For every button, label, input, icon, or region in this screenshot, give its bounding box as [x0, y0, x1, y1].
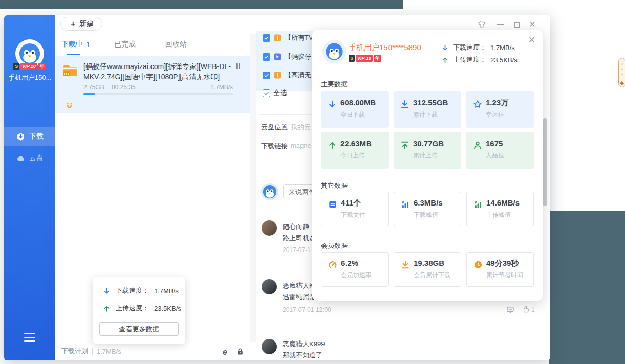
hamburger-menu-icon[interactable]	[24, 333, 35, 342]
star-icon	[473, 100, 482, 109]
super-badge: S	[349, 55, 355, 62]
stat-value: 1.23万	[486, 98, 508, 108]
close-button[interactable]: ✕	[528, 20, 536, 29]
popup-upload-speed-row: 上传速度： 23.5KB/s	[441, 55, 518, 64]
checkbox-checked[interactable]	[263, 53, 270, 61]
commenter-avatar[interactable]	[262, 279, 277, 294]
lock-icon[interactable]	[236, 348, 244, 356]
gauge-icon	[328, 260, 337, 269]
download-plan-label[interactable]: 下载计划	[61, 347, 88, 356]
bar-chart-icon	[473, 200, 483, 209]
super-badge: S	[13, 63, 19, 70]
upload-to-bar-icon	[400, 141, 410, 150]
stat-card-download-peak: 6.3MB/s 下载峰值	[394, 192, 461, 226]
reply-bubble-icon[interactable]	[506, 306, 514, 314]
download-link-label: 下载链接	[261, 142, 288, 151]
bar-chart-icon	[401, 200, 410, 209]
stat-value: 608.00MB	[340, 98, 376, 107]
document-list-icon	[328, 200, 337, 209]
file-label: 【高清无	[285, 71, 311, 80]
tab-label: 已完成	[114, 40, 136, 49]
checkbox-checked[interactable]	[263, 72, 270, 79]
popup-close-icon[interactable]: ✕	[528, 35, 535, 46]
arrow-up-icon	[441, 56, 449, 64]
pause-icon[interactable]	[234, 62, 242, 70]
sidebar-item-label: 云盘	[29, 153, 44, 163]
upload-speed-row: 上传速度： 23.5KB/s	[103, 304, 181, 313]
active-tab-underline	[67, 54, 80, 55]
screen-edge-handle[interactable]	[618, 58, 625, 87]
like-count: 1	[531, 306, 535, 313]
download-speed-row: 下载速度： 1.7MB/s	[103, 286, 179, 295]
year-badge: 年	[38, 63, 46, 70]
stat-value: 312.55GB	[413, 98, 448, 107]
commenter-avatar[interactable]	[262, 339, 277, 354]
stat-value: 411个	[341, 198, 361, 208]
divider	[259, 169, 315, 169]
download-task-row[interactable]: [蚂蚁仔www.mayizai.com][拆弹专家][WEB-DL-MKV-2.…	[56, 56, 250, 113]
checkbox-checked[interactable]	[263, 34, 270, 42]
torrent-file-icon	[273, 34, 282, 42]
desktop-top-strip	[0, 0, 403, 9]
arrow-down-icon	[328, 100, 337, 109]
vip-level-badge: VIP 10	[356, 55, 373, 62]
stat-card-total-upload: 30.77GB 累计上传	[394, 132, 461, 169]
stat-card-member-boost: 6.2% 会员加速率	[321, 252, 389, 287]
stat-value: 19.38GB	[414, 259, 444, 267]
stat-value: 49分39秒	[486, 259, 519, 268]
tab-count: 1	[86, 40, 90, 49]
tab-trash[interactable]: 回收站	[165, 34, 187, 55]
checkbox-select-all[interactable]	[263, 89, 270, 97]
file-row[interactable]: 【高清无	[263, 70, 311, 81]
thumbs-up-icon[interactable]	[522, 305, 530, 313]
section-title-member: 会员数据	[321, 241, 348, 251]
vip-level-badge: VIP 10	[20, 63, 37, 70]
download-elapsed: 00:25:35	[112, 84, 136, 91]
maximize-button[interactable]	[513, 20, 521, 29]
browser-e-icon[interactable]: e	[222, 348, 230, 356]
select-all-row[interactable]: 全选	[263, 87, 287, 99]
skin-shirt-icon[interactable]	[478, 20, 486, 29]
file-row[interactable]: 【蚂蚁仔	[263, 51, 311, 62]
sidebar-item-label: 下载	[29, 132, 44, 141]
sidebar-item-download[interactable]: 下载	[4, 127, 55, 146]
stat-value: 1675	[486, 139, 503, 148]
minimize-button[interactable]	[497, 20, 505, 29]
sidebar: S VIP 10 年 手机用户150... 下载 云盘	[4, 15, 55, 360]
speed-popup: 下载速度： 1.7MB/s 上传速度： 23.5KB/s 查看更多数据	[93, 277, 185, 344]
stat-card-karma-value: 1675 人品值	[466, 132, 534, 169]
download-to-bar-icon	[400, 100, 410, 109]
handle-dot	[621, 69, 623, 70]
tab-completed[interactable]: 已完成	[114, 34, 136, 55]
commenter-avatar[interactable]	[262, 220, 277, 236]
vertical-scrollbar[interactable]	[543, 118, 547, 206]
cloud-icon	[16, 154, 25, 163]
cloud-location-label: 云盘位置	[261, 123, 288, 132]
handle-diamond-icon	[620, 81, 624, 85]
file-label: 【所有TV	[285, 33, 313, 42]
popup-avatar	[322, 40, 346, 63]
file-row[interactable]: 【所有TV	[263, 32, 313, 43]
statusbar-divider	[92, 348, 93, 355]
tab-label: 回收站	[165, 40, 187, 49]
controls-divider	[491, 21, 491, 28]
stat-label: 累计下载	[413, 110, 438, 119]
sidebar-item-cloud[interactable]: 云盘	[4, 148, 55, 168]
clock-icon	[473, 260, 483, 269]
stat-value: 14.6MB/s	[486, 198, 520, 207]
tab-downloading[interactable]: 下载中 1	[61, 34, 90, 55]
comment-text: 那就不知道了	[283, 351, 322, 360]
view-more-data-button[interactable]: 查看更多数据	[99, 322, 179, 336]
handle-dot	[621, 74, 623, 75]
comment-text: 迅雷纯屌是	[283, 292, 316, 302]
stat-card-total-download: 312.55GB 累计下载	[394, 91, 461, 128]
torrent-file-icon	[273, 71, 282, 79]
year-badge: 年	[374, 55, 381, 62]
stat-label: 下载文件	[341, 211, 365, 219]
person-icon	[473, 141, 482, 150]
status-bar: 下载计划 1.7MB/s e	[55, 342, 251, 360]
stat-label: 人品值	[486, 151, 504, 160]
comment-author: 随心而静	[283, 222, 309, 232]
handle-dot	[621, 63, 623, 65]
new-task-button[interactable]: ＋ 新建	[60, 17, 102, 31]
